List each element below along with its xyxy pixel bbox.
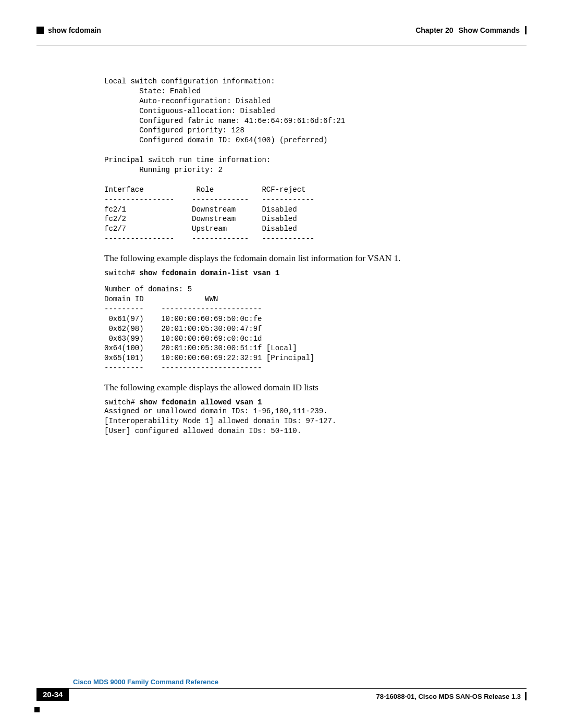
cli-command-2: switch# show fcdomain allowed vsan 1 bbox=[104, 398, 495, 406]
header-left: show fcdomain bbox=[36, 26, 101, 34]
paragraph-2: The following example displays the allow… bbox=[104, 382, 495, 393]
footer-doc-title: Cisco MDS 9000 Family Command Reference bbox=[73, 678, 218, 686]
vertical-rule-icon bbox=[525, 692, 527, 700]
footer-rule: 20-34 78-16088-01, Cisco MDS SAN-OS Rele… bbox=[36, 688, 527, 705]
cli-command-text: show fcdomain allowed vsan 1 bbox=[139, 398, 262, 406]
chapter-title: Show Commands bbox=[459, 26, 520, 34]
header-section-label: show fcdomain bbox=[48, 26, 101, 34]
header-right: Chapter 20 Show Commands bbox=[415, 26, 527, 34]
cli-output-block-2: Number of domains: 5 Domain ID WWN -----… bbox=[104, 285, 495, 373]
spacer bbox=[104, 277, 495, 285]
chapter-number: Chapter 20 bbox=[415, 26, 453, 34]
document-page: show fcdomain Chapter 20 Show Commands L… bbox=[0, 0, 563, 728]
cli-prompt: switch# bbox=[104, 398, 139, 406]
page-footer: Cisco MDS 9000 Family Command Reference … bbox=[36, 688, 527, 705]
cli-output-block-1: Local switch configuration information: … bbox=[104, 77, 495, 244]
paragraph-1: The following example displays the fcdom… bbox=[104, 253, 495, 264]
page-number-badge: 20-34 bbox=[36, 688, 69, 701]
header-rule bbox=[36, 45, 527, 45]
corner-mark-icon bbox=[34, 707, 40, 712]
footer-release: 78-16088-01, Cisco MDS SAN-OS Release 1.… bbox=[376, 692, 527, 700]
cli-command-text: show fcdomain domain-list vsan 1 bbox=[139, 269, 279, 277]
page-header: show fcdomain Chapter 20 Show Commands bbox=[36, 26, 527, 42]
cli-output-block-3: Assigned or unallowed domain IDs: 1-96,1… bbox=[104, 406, 495, 436]
vertical-rule-icon bbox=[525, 26, 527, 34]
cli-prompt: switch# bbox=[104, 269, 139, 277]
square-marker-icon bbox=[36, 27, 44, 34]
page-content: Local switch configuration information: … bbox=[104, 77, 495, 436]
footer-release-text: 78-16088-01, Cisco MDS SAN-OS Release 1.… bbox=[376, 693, 521, 700]
cli-command-1: switch# show fcdomain domain-list vsan 1 bbox=[104, 269, 495, 277]
